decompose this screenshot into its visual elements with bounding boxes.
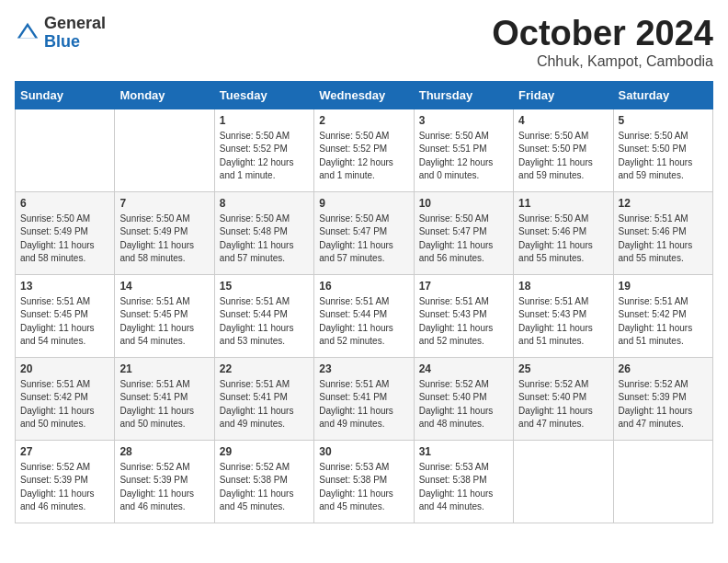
day-info: Sunrise: 5:50 AM Sunset: 5:49 PM Dayligh…	[119, 213, 209, 266]
calendar-cell: 12Sunrise: 5:51 AM Sunset: 5:46 PM Dayli…	[613, 191, 712, 274]
day-info: Sunrise: 5:50 AM Sunset: 5:51 PM Dayligh…	[419, 130, 508, 183]
calendar-cell: 3Sunrise: 5:50 AM Sunset: 5:51 PM Daylig…	[414, 109, 513, 191]
day-number: 11	[518, 197, 608, 210]
day-number: 23	[319, 362, 408, 375]
day-info: Sunrise: 5:51 AM Sunset: 5:45 PM Dayligh…	[20, 295, 109, 349]
calendar-cell: 17Sunrise: 5:51 AM Sunset: 5:43 PM Dayli…	[414, 274, 513, 357]
day-number: 2	[319, 114, 408, 127]
day-number: 25	[518, 362, 608, 375]
calendar-cell: 5Sunrise: 5:50 AM Sunset: 5:50 PM Daylig…	[613, 109, 712, 191]
day-number: 17	[419, 280, 508, 293]
day-info: Sunrise: 5:50 AM Sunset: 5:47 PM Dayligh…	[419, 213, 508, 266]
calendar-cell: 13Sunrise: 5:51 AM Sunset: 5:45 PM Dayli…	[16, 274, 115, 357]
logo-icon	[15, 20, 40, 46]
calendar-cell: 18Sunrise: 5:51 AM Sunset: 5:43 PM Dayli…	[514, 274, 613, 357]
calendar-cell: 2Sunrise: 5:50 AM Sunset: 5:52 PM Daylig…	[314, 109, 414, 191]
title-area: October 2024 Chhuk, Kampot, Cambodia	[492, 15, 713, 70]
day-info: Sunrise: 5:53 AM Sunset: 5:38 PM Dayligh…	[319, 461, 408, 514]
day-number: 27	[20, 445, 109, 458]
weekday-header-monday: Monday	[115, 81, 214, 109]
day-info: Sunrise: 5:51 AM Sunset: 5:45 PM Dayligh…	[119, 295, 209, 349]
day-info: Sunrise: 5:51 AM Sunset: 5:44 PM Dayligh…	[319, 295, 408, 349]
day-info: Sunrise: 5:52 AM Sunset: 5:40 PM Dayligh…	[419, 378, 508, 431]
day-info: Sunrise: 5:51 AM Sunset: 5:41 PM Dayligh…	[319, 378, 408, 431]
day-info: Sunrise: 5:51 AM Sunset: 5:43 PM Dayligh…	[518, 295, 608, 349]
calendar-cell: 27Sunrise: 5:52 AM Sunset: 5:39 PM Dayli…	[16, 440, 115, 523]
calendar-cell: 22Sunrise: 5:51 AM Sunset: 5:41 PM Dayli…	[214, 357, 313, 440]
day-number: 7	[119, 197, 209, 210]
calendar-cell: 30Sunrise: 5:53 AM Sunset: 5:38 PM Dayli…	[314, 440, 414, 523]
day-info: Sunrise: 5:51 AM Sunset: 5:46 PM Dayligh…	[619, 213, 708, 266]
weekday-header-friday: Friday	[514, 81, 613, 109]
day-number: 30	[319, 445, 408, 458]
calendar-cell: 15Sunrise: 5:51 AM Sunset: 5:44 PM Dayli…	[214, 274, 313, 357]
calendar-cell	[613, 440, 712, 523]
day-info: Sunrise: 5:51 AM Sunset: 5:42 PM Dayligh…	[20, 378, 109, 431]
day-number: 10	[419, 197, 508, 210]
calendar-table: SundayMondayTuesdayWednesdayThursdayFrid…	[15, 81, 713, 523]
calendar-cell: 19Sunrise: 5:51 AM Sunset: 5:42 PM Dayli…	[613, 274, 712, 357]
day-info: Sunrise: 5:53 AM Sunset: 5:38 PM Dayligh…	[419, 461, 508, 514]
calendar-cell: 25Sunrise: 5:52 AM Sunset: 5:40 PM Dayli…	[514, 357, 613, 440]
location-title: Chhuk, Kampot, Cambodia	[492, 53, 713, 70]
day-info: Sunrise: 5:50 AM Sunset: 5:49 PM Dayligh…	[20, 213, 109, 266]
day-number: 4	[518, 114, 608, 127]
day-info: Sunrise: 5:50 AM Sunset: 5:52 PM Dayligh…	[319, 130, 408, 183]
calendar-cell: 4Sunrise: 5:50 AM Sunset: 5:50 PM Daylig…	[514, 109, 613, 191]
calendar-cell: 31Sunrise: 5:53 AM Sunset: 5:38 PM Dayli…	[414, 440, 513, 523]
day-info: Sunrise: 5:51 AM Sunset: 5:44 PM Dayligh…	[220, 295, 309, 349]
weekday-header-wednesday: Wednesday	[314, 81, 414, 109]
day-number: 5	[619, 114, 708, 127]
day-number: 15	[220, 280, 309, 293]
weekday-header-thursday: Thursday	[414, 81, 513, 109]
calendar-cell: 21Sunrise: 5:51 AM Sunset: 5:41 PM Dayli…	[115, 357, 214, 440]
calendar-cell: 10Sunrise: 5:50 AM Sunset: 5:47 PM Dayli…	[414, 191, 513, 274]
day-number: 14	[119, 280, 209, 293]
calendar-cell	[115, 109, 214, 191]
day-number: 1	[220, 114, 309, 127]
day-info: Sunrise: 5:51 AM Sunset: 5:42 PM Dayligh…	[619, 295, 708, 349]
day-info: Sunrise: 5:51 AM Sunset: 5:41 PM Dayligh…	[119, 378, 209, 431]
calendar-cell: 8Sunrise: 5:50 AM Sunset: 5:48 PM Daylig…	[214, 191, 313, 274]
calendar-cell: 11Sunrise: 5:50 AM Sunset: 5:46 PM Dayli…	[514, 191, 613, 274]
day-number: 29	[220, 445, 309, 458]
weekday-header-tuesday: Tuesday	[214, 81, 313, 109]
day-info: Sunrise: 5:50 AM Sunset: 5:48 PM Dayligh…	[220, 213, 309, 266]
day-number: 19	[619, 280, 708, 293]
day-number: 31	[419, 445, 508, 458]
day-info: Sunrise: 5:52 AM Sunset: 5:39 PM Dayligh…	[20, 461, 109, 514]
calendar-cell: 14Sunrise: 5:51 AM Sunset: 5:45 PM Dayli…	[115, 274, 214, 357]
day-number: 24	[419, 362, 508, 375]
logo-text: General Blue	[44, 15, 106, 52]
calendar-cell: 24Sunrise: 5:52 AM Sunset: 5:40 PM Dayli…	[414, 357, 513, 440]
calendar-cell: 23Sunrise: 5:51 AM Sunset: 5:41 PM Dayli…	[314, 357, 414, 440]
day-number: 18	[518, 280, 608, 293]
day-info: Sunrise: 5:50 AM Sunset: 5:46 PM Dayligh…	[518, 213, 608, 266]
day-number: 6	[20, 197, 109, 210]
calendar-cell: 29Sunrise: 5:52 AM Sunset: 5:38 PM Dayli…	[214, 440, 313, 523]
day-number: 26	[619, 362, 708, 375]
day-info: Sunrise: 5:52 AM Sunset: 5:40 PM Dayligh…	[518, 378, 608, 431]
day-number: 8	[220, 197, 309, 210]
day-number: 13	[20, 280, 109, 293]
calendar-cell: 1Sunrise: 5:50 AM Sunset: 5:52 PM Daylig…	[214, 109, 313, 191]
calendar-cell	[16, 109, 115, 191]
calendar-cell: 26Sunrise: 5:52 AM Sunset: 5:39 PM Dayli…	[613, 357, 712, 440]
day-info: Sunrise: 5:50 AM Sunset: 5:50 PM Dayligh…	[619, 130, 708, 183]
calendar-cell: 16Sunrise: 5:51 AM Sunset: 5:44 PM Dayli…	[314, 274, 414, 357]
day-number: 9	[319, 197, 408, 210]
day-number: 20	[20, 362, 109, 375]
logo: General Blue	[15, 15, 106, 52]
day-info: Sunrise: 5:51 AM Sunset: 5:43 PM Dayligh…	[419, 295, 508, 349]
calendar-cell: 20Sunrise: 5:51 AM Sunset: 5:42 PM Dayli…	[16, 357, 115, 440]
day-number: 22	[220, 362, 309, 375]
day-info: Sunrise: 5:52 AM Sunset: 5:38 PM Dayligh…	[220, 461, 309, 514]
day-number: 3	[419, 114, 508, 127]
calendar-cell: 6Sunrise: 5:50 AM Sunset: 5:49 PM Daylig…	[16, 191, 115, 274]
day-number: 28	[119, 445, 209, 458]
day-info: Sunrise: 5:50 AM Sunset: 5:47 PM Dayligh…	[319, 213, 408, 266]
calendar-cell: 7Sunrise: 5:50 AM Sunset: 5:49 PM Daylig…	[115, 191, 214, 274]
day-info: Sunrise: 5:51 AM Sunset: 5:41 PM Dayligh…	[220, 378, 309, 431]
calendar-cell: 9Sunrise: 5:50 AM Sunset: 5:47 PM Daylig…	[314, 191, 414, 274]
day-info: Sunrise: 5:52 AM Sunset: 5:39 PM Dayligh…	[619, 378, 708, 431]
